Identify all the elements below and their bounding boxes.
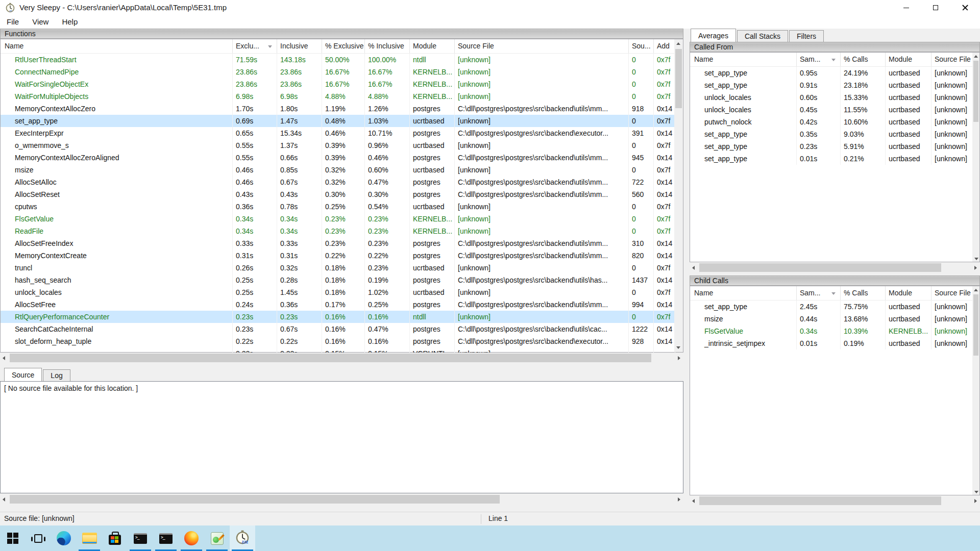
column-header[interactable]: Sou... xyxy=(629,39,654,53)
very-sleepy-icon[interactable]: zzz xyxy=(230,525,255,551)
table-row[interactable]: FlsGetValue 0.34s 0.34s 0.23% 0.23% KERN… xyxy=(1,213,683,225)
scroll-right-button[interactable] xyxy=(675,495,683,504)
table-row[interactable]: o_wmemmove_s 0.55s 1.37s 0.39% 0.96% ucr… xyxy=(1,139,683,152)
source-view[interactable]: [ No source file available for this loca… xyxy=(0,381,683,493)
column-header[interactable]: Module xyxy=(410,39,455,53)
scroll-thumb[interactable] xyxy=(675,49,682,108)
scroll-right-button[interactable] xyxy=(675,354,683,362)
tab[interactable]: Filters xyxy=(789,30,824,42)
table-row[interactable]: WaitForSingleObjectEx 23.86s 23.86s 16.6… xyxy=(1,78,683,90)
scroll-thumb[interactable] xyxy=(10,354,651,362)
table-row[interactable]: truncl 0.26s 0.32s 0.18% 0.23% ucrtbased… xyxy=(1,262,683,274)
column-header[interactable]: Sam... xyxy=(797,286,841,300)
table-row[interactable]: 0.22s 0.22s 0.15% 0.15% VCRUNTI... [unkn… xyxy=(1,347,683,353)
table-row[interactable]: slot_deform_heap_tuple 0.22s 0.22s 0.16%… xyxy=(1,335,683,347)
table-row[interactable]: set_app_type 0.95s 24.19% ucrtbased [unk… xyxy=(690,67,979,79)
table-row[interactable]: MemoryContextCreate 0.31s 0.31s 0.22% 0.… xyxy=(1,249,683,262)
column-header[interactable]: Source File xyxy=(932,286,973,300)
menu-item[interactable]: Help xyxy=(55,15,84,29)
table-row[interactable]: AllocSetFreeIndex 0.33s 0.33s 0.23% 0.23… xyxy=(1,237,683,249)
scroll-left-button[interactable] xyxy=(690,496,698,505)
scroll-left-button[interactable] xyxy=(690,263,698,272)
table-row[interactable]: hash_seq_search 0.25s 0.28s 0.18% 0.19% … xyxy=(1,274,683,286)
terminal-icon[interactable] xyxy=(128,525,153,551)
table-row[interactable]: MemoryContextAllocZero 1.70s 1.80s 1.19%… xyxy=(1,103,683,115)
table-row[interactable]: FlsGetValue 0.34s 10.39% KERNELB... [unk… xyxy=(690,325,979,337)
table-row[interactable]: unlock_locales 0.25s 1.45s 0.18% 1.02% u… xyxy=(1,286,683,298)
column-header[interactable]: Name xyxy=(690,286,797,300)
scroll-up-button[interactable] xyxy=(972,53,979,60)
column-header[interactable]: % Inclusive xyxy=(365,39,410,53)
table-row[interactable]: ReadFile 0.34s 0.34s 0.23% 0.23% KERNELB… xyxy=(1,225,683,237)
column-header[interactable]: Module xyxy=(886,53,932,66)
scroll-right-button[interactable] xyxy=(971,263,980,272)
table-row[interactable]: unlock_locales 0.45s 11.55% ucrtbased [u… xyxy=(690,104,979,116)
scroll-right-button[interactable] xyxy=(971,496,980,505)
scroll-down-button[interactable] xyxy=(972,255,979,262)
task-view-icon[interactable] xyxy=(26,525,51,551)
column-header[interactable]: % Calls xyxy=(841,53,886,66)
scroll-up-button[interactable] xyxy=(674,39,683,48)
scroll-thumb[interactable] xyxy=(699,496,941,505)
table-row[interactable]: unlock_locales 0.60s 15.33% ucrtbased [u… xyxy=(690,91,979,104)
functions-vertical-scrollbar[interactable] xyxy=(674,39,683,352)
tab[interactable]: Log xyxy=(43,369,70,381)
column-header[interactable]: Inclusive xyxy=(277,39,322,53)
column-header[interactable]: Sam... xyxy=(797,53,841,66)
functions-horizontal-scrollbar[interactable] xyxy=(0,353,683,363)
tab[interactable]: Call Stacks xyxy=(737,30,788,42)
scroll-thumb[interactable] xyxy=(973,61,978,122)
close-button[interactable] xyxy=(950,0,980,15)
table-row[interactable]: SearchCatCacheInternal 0.23s 0.67s 0.16%… xyxy=(1,323,683,335)
table-row[interactable]: AllocSetAlloc 0.46s 0.67s 0.32% 0.47% po… xyxy=(1,176,683,188)
column-header[interactable]: % Calls xyxy=(841,286,886,300)
source-horizontal-scrollbar[interactable] xyxy=(0,494,683,505)
terminal-icon[interactable] xyxy=(153,525,179,551)
scroll-thumb[interactable] xyxy=(10,495,500,504)
child-calls-horizontal-scrollbar[interactable] xyxy=(690,495,980,506)
table-row[interactable]: MemoryContextAllocZeroAligned 0.55s 0.66… xyxy=(1,152,683,164)
scroll-thumb[interactable] xyxy=(973,294,978,356)
minimize-button[interactable] xyxy=(891,0,921,15)
table-row[interactable]: ConnectNamedPipe 23.86s 23.86s 16.67% 16… xyxy=(1,66,683,78)
column-header[interactable]: Exclu... xyxy=(233,39,277,53)
firefox-icon[interactable] xyxy=(179,525,204,551)
maximize-button[interactable] xyxy=(921,0,950,15)
called-from-horizontal-scrollbar[interactable] xyxy=(690,262,980,273)
table-row[interactable]: set_app_type 0.69s 1.47s 0.48% 1.03% ucr… xyxy=(1,115,683,127)
column-header[interactable]: Name xyxy=(690,53,797,66)
table-row[interactable]: msize 0.44s 13.68% ucrtbased [unknown] xyxy=(690,313,979,325)
tab[interactable]: Averages xyxy=(691,29,736,42)
scroll-left-button[interactable] xyxy=(0,495,9,504)
table-row[interactable]: _intrinsic_setjmpex 0.01s 0.19% ucrtbase… xyxy=(690,337,979,349)
edge-icon[interactable] xyxy=(51,525,77,551)
file-explorer-icon[interactable] xyxy=(77,525,102,551)
called-from-vertical-scrollbar[interactable] xyxy=(972,53,979,262)
table-row[interactable]: cputws 0.36s 0.78s 0.25% 0.54% ucrtbased… xyxy=(1,201,683,213)
table-row[interactable]: RtlUserThreadStart 71.59s 143.18s 50.00%… xyxy=(1,54,683,66)
scroll-up-button[interactable] xyxy=(972,286,979,293)
table-row[interactable]: set_app_type 0.91s 23.18% ucrtbased [unk… xyxy=(690,79,979,91)
menu-item[interactable]: View xyxy=(26,15,55,29)
child-calls-vertical-scrollbar[interactable] xyxy=(972,286,979,495)
column-header[interactable]: Source File xyxy=(455,39,629,53)
table-row[interactable]: set_app_type 0.23s 5.91% ucrtbased [unkn… xyxy=(690,140,979,153)
scroll-left-button[interactable] xyxy=(0,354,9,362)
menu-item[interactable]: File xyxy=(0,15,26,29)
table-row[interactable]: AllocSetReset 0.43s 0.43s 0.30% 0.30% po… xyxy=(1,188,683,201)
table-row[interactable]: RtlQueryPerformanceCounter 0.23s 0.23s 0… xyxy=(1,311,683,323)
microsoft-store-icon[interactable] xyxy=(102,525,128,551)
start-icon[interactable] xyxy=(0,525,26,551)
scroll-down-button[interactable] xyxy=(972,488,979,495)
table-row[interactable]: AllocSetFree 0.24s 0.36s 0.17% 0.25% pos… xyxy=(1,298,683,311)
table-row[interactable]: set_app_type 2.45s 75.75% ucrtbased [unk… xyxy=(690,300,979,313)
column-header[interactable]: Module xyxy=(886,286,932,300)
column-header[interactable]: Add xyxy=(654,39,675,53)
tab[interactable]: Source xyxy=(4,368,42,381)
table-row[interactable]: msize 0.46s 0.85s 0.32% 0.60% ucrtbased … xyxy=(1,164,683,176)
table-row[interactable]: WaitForMultipleObjects 6.98s 6.98s 4.88%… xyxy=(1,90,683,103)
table-row[interactable]: putwch_nolock 0.42s 10.60% ucrtbased [un… xyxy=(690,116,979,128)
column-header[interactable]: Name xyxy=(1,39,233,53)
table-row[interactable]: ExecInterpExpr 0.65s 15.34s 0.46% 10.71%… xyxy=(1,127,683,139)
table-row[interactable]: set_app_type 0.01s 0.21% ucrtbased [unkn… xyxy=(690,153,979,165)
